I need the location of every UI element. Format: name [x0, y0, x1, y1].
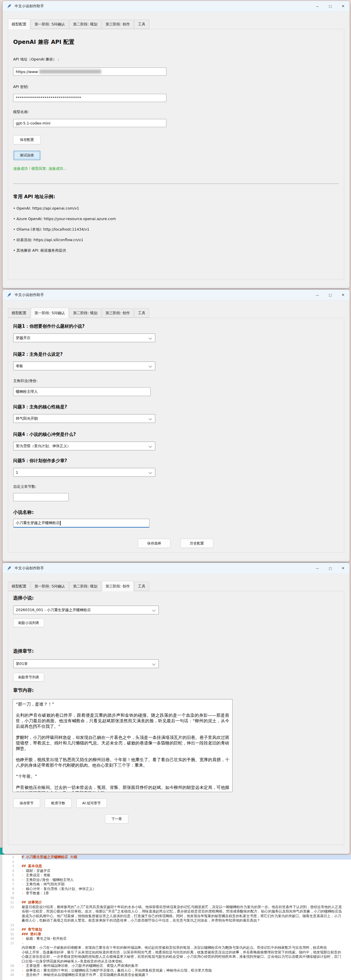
novel-select[interactable]: 20260316_001 - 小刀重生穿越之开螺蛳粉店 — [13, 606, 159, 614]
tab-stage2[interactable]: 第二阶段: 规划 — [69, 309, 101, 318]
line-number: 11 — [2, 900, 22, 904]
line-number: 15 — [2, 932, 22, 936]
tab-model-config[interactable]: 模型配置 — [8, 582, 30, 591]
line-number: 20 — [2, 973, 22, 977]
minimize-icon[interactable]: — — [311, 1, 324, 11]
tab-tools[interactable]: 工具 — [134, 309, 149, 318]
tab-stage3[interactable]: 第三阶段: 创作 — [102, 309, 134, 318]
chevron-down-icon — [148, 417, 152, 420]
api-examples-list: OpenAI: https://api.openai.com/v1 Azure … — [13, 206, 116, 259]
tab-stage2[interactable]: 第二阶段: 规划 — [69, 582, 101, 591]
tab-tools[interactable]: 工具 — [134, 582, 149, 591]
chevron-down-icon — [148, 336, 152, 339]
list-item: OpenAI: https://api.openai.com/v1 — [13, 206, 116, 216]
chapter-count-select[interactable]: 1 — [13, 468, 155, 477]
chapter-paragraph: 梦醒时，小刀的呼吸同样急促，却发现自己躺在一片暮色之中，头顶是一条挂满塌顶瓦片的… — [16, 735, 229, 751]
question4-label: 问题4：小说的核心冲突是什么? — [13, 432, 76, 437]
test-connection-button[interactable]: 测试连接 — [13, 151, 41, 160]
chevron-down-icon — [152, 608, 155, 611]
line-number: 14 — [2, 928, 22, 931]
genre-select[interactable]: 穿越开店 — [13, 334, 155, 342]
refresh-chapters-button[interactable]: 刷新章节列表 — [13, 673, 44, 682]
titlebar[interactable]: 中文小说创作助手 — □ ✕ — [3, 563, 349, 574]
api-url-input[interactable]: https://www — [13, 67, 166, 76]
tab-stage3[interactable]: 第三阶段: 创作 — [102, 581, 134, 591]
tab-stage1[interactable]: 第一阶段: 5问确认 — [31, 582, 69, 591]
chapter-content-textarea[interactable]: “那一刀，是谁？！” 尖利的声音在破败的巷口炸开，跟着便是沉重的踏步声和金铁的碰… — [13, 699, 233, 792]
chapter-content-label: 章节内容: — [13, 687, 34, 694]
line-number: 4 — [2, 869, 22, 873]
custom-chapters-input[interactable] — [13, 493, 69, 501]
history-config-button[interactable]: 历史配置 — [180, 539, 213, 548]
novel-name-input[interactable]: 小刀重生穿越之开螺蛳粉店 — [13, 519, 150, 528]
line-number: 1 — [2, 855, 22, 859]
line-number: 3 — [2, 864, 22, 868]
page-title: OpenAI 兼容 API 配置 — [13, 38, 74, 46]
custom-chapters-label: 自定义章节数: — [13, 484, 36, 489]
model-name-input[interactable]: gpt-5.1-codex-mini — [13, 119, 166, 127]
list-item: 其他兼容 API: 根据服务商提供 — [13, 248, 116, 259]
editor-line: ## 故事简介 — [22, 900, 42, 905]
list-item: Azure OpenAI: https://your-resource.open… — [13, 216, 116, 227]
close-icon[interactable]: ✕ — [337, 1, 349, 11]
python-feather-icon — [7, 4, 12, 9]
editor-line: 口出现一位身穿绣花披风的神秘客人—竟是权贵的侍从主动来尝粉。 — [22, 959, 126, 964]
word-count-button[interactable]: 检查字数 — [45, 799, 72, 808]
titlebar[interactable]: 中文小说创作助手 — □ ✕ — [3, 290, 349, 301]
api-key-input[interactable]: ******************************** — [13, 94, 166, 102]
save-config-button[interactable]: 保存配置 — [13, 135, 41, 145]
line-number: 6 — [2, 878, 22, 882]
line-number: 16 — [2, 937, 22, 940]
window-controls: — □ ✕ — [311, 1, 349, 11]
personality-select[interactable]: 帅气阳光开朗 — [13, 414, 155, 423]
maximize-icon[interactable]: □ — [324, 563, 337, 573]
titlebar[interactable]: 中文小说创作助手 — □ ✕ — [3, 1, 349, 12]
editor-line: - 题材：穿越开店 — [22, 869, 50, 873]
editor-line: ## 基本信息 — [22, 864, 42, 869]
line-number: 9 — [2, 891, 22, 895]
api-url-label: API 地址（OpenAI 兼容）： — [13, 57, 60, 62]
line-number: 17 — [2, 942, 22, 945]
editor-left-strip — [0, 855, 2, 980]
chevron-down-icon — [148, 364, 152, 368]
editor-line: 小镇上开张，迅速赢得好评，吸引了从未尝过如此味道的老街坊，以笑容和阳光气质，他逐… — [22, 950, 341, 955]
model-name-label: 模型名称: — [13, 110, 29, 115]
tab-stage1[interactable]: 第一阶段: 5问确认 — [31, 307, 69, 318]
tab-stage1[interactable]: 第一阶段: 5问确认 — [31, 19, 69, 29]
editor-line: - 核心冲突：复仇雪恨（复仇计划、伸张正义） — [22, 887, 96, 891]
outline-editor[interactable]: 1# 小刀重生穿越之开螺蛳粉店 大纲 2 3## 基本信息 4- 题材：穿越开店… — [0, 855, 351, 980]
save-selection-button[interactable]: 保存选择 — [138, 539, 171, 548]
protagonist-select[interactable]: 老板 — [13, 361, 155, 370]
line-number: 12 — [2, 905, 22, 909]
tab-model-config[interactable]: 模型配置 — [8, 309, 30, 318]
separator — [13, 183, 338, 184]
occupation-input[interactable]: 螺蛳粉主理人 — [13, 387, 151, 396]
tab-stage3[interactable]: 第三阶段: 创作 — [102, 19, 134, 29]
minimize-icon[interactable]: — — [311, 563, 324, 573]
maximize-icon[interactable]: □ — [324, 290, 337, 300]
next-chapter-button[interactable]: 下一章 — [105, 814, 128, 824]
chapter-paragraph: 声音被他压在喉间。过去的一切未曾远去，冤屈、背叛、那张面目狰狞的赵斌。如今柳州的… — [16, 785, 229, 792]
ai-continue-button[interactable]: AI 续写章节 — [77, 799, 107, 808]
editor-line: ## 章节规划 — [22, 928, 42, 932]
editor-line: 速成为小镇风潮中心。他广结善缘，悄悄收集曾被迫害之人提供的信息，打造属于自己的情… — [22, 914, 341, 919]
line-number: 7 — [2, 882, 22, 886]
editor-line: - 故事要点：重生回到十年前；以螺蛳粉店为掩护开启复仇；赢得人心；开始搜集权贵线… — [22, 968, 212, 973]
conflict-select[interactable]: 复仇雪恨（复仇计划、伸张正义） — [13, 442, 155, 450]
editor-line: # 小刀重生穿越之开螺蛳粉店 大纲 — [22, 855, 351, 859]
maximize-icon[interactable]: □ — [324, 1, 337, 11]
close-icon[interactable]: ✕ — [337, 290, 349, 300]
editor-line: 赢得人心，也触动了高墙之后的敌人警觉。权贵派来探子的消息传来，小刀是否能守住心中… — [22, 918, 260, 923]
tab-bar: 模型配置 第一阶段: 5问确认 第二阶段: 规划 第三阶段: 创作 工具 — [8, 18, 150, 29]
tab-tools[interactable]: 工具 — [134, 19, 149, 29]
question5-label: 问题5：你计划创作多少章? — [13, 458, 67, 463]
text-caret — [60, 521, 61, 525]
refresh-novels-button[interactable]: 刷新小说列表 — [13, 619, 44, 627]
minimize-icon[interactable]: — — [311, 290, 324, 300]
close-icon[interactable]: ✕ — [337, 563, 349, 573]
editor-line: - 标题：重生之味·初开粉店 — [22, 937, 67, 941]
tab-stage2[interactable]: 第二阶段: 规划 — [69, 19, 101, 29]
tab-model-config[interactable]: 模型配置 — [8, 19, 30, 29]
save-chapter-button[interactable]: 保存章节 — [13, 799, 40, 808]
chapter-select[interactable]: 第01章 — [13, 659, 159, 668]
